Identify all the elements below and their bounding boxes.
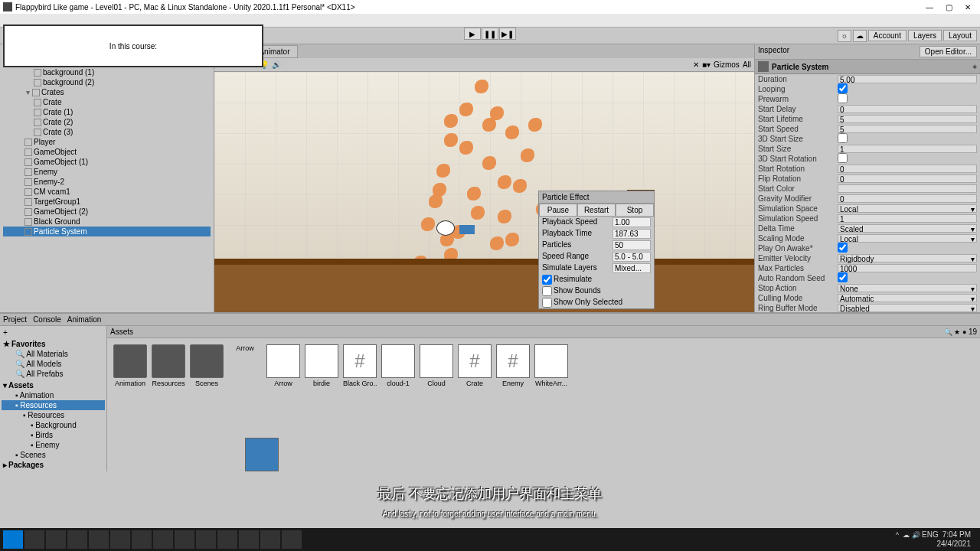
inspector-property[interactable]: Gravity Modifier0 (755, 194, 980, 204)
open-editor-button[interactable]: Open Editor... (920, 46, 977, 57)
hierarchy-item[interactable]: GameObject (2) (3, 207, 211, 217)
inspector-property[interactable]: Start Size1 (755, 144, 980, 154)
cloud-icon[interactable]: ☁ (853, 30, 867, 42)
inspector-property[interactable]: Delta TimeScaled (755, 223, 980, 233)
folder-item[interactable]: ▪ Resources (2, 400, 105, 410)
show-bounds-checkbox[interactable] (542, 286, 552, 296)
hierarchy-item[interactable]: Black Ground (3, 217, 211, 227)
hierarchy-item[interactable]: TargetGroup1 (3, 197, 211, 207)
inspector-property[interactable]: Auto Random Seed (755, 273, 980, 283)
hierarchy-item[interactable]: GameObject (3, 147, 211, 157)
search-all[interactable]: All (743, 60, 751, 69)
tab-animation[interactable]: Animation (67, 315, 101, 324)
folder-item[interactable]: ▪ Birds (2, 430, 105, 440)
inspector-property[interactable]: Emitter VelocityRigidbody (755, 253, 980, 263)
inspector-property[interactable]: Culling ModeAutomatic (755, 293, 980, 303)
taskbar-icon[interactable] (110, 530, 130, 549)
hierarchy-item[interactable]: Crate (3) (3, 127, 211, 137)
taskbar-icon[interactable] (239, 530, 259, 549)
inspector-property[interactable]: Duration5.00 (755, 74, 980, 84)
hierarchy-item[interactable]: Crate (3, 97, 211, 107)
scene-view[interactable]: Particle Effect Pause Restart Stop Playb… (214, 72, 754, 312)
inspector-property[interactable]: Simulation SpaceLocal (755, 204, 980, 214)
folder-item[interactable]: ▪ Scenes (2, 450, 105, 460)
inspector-property[interactable]: Start Lifetime5 (755, 114, 980, 124)
start-button[interactable] (3, 530, 23, 549)
step-button[interactable]: ▶❚ (499, 28, 516, 40)
asset-item[interactable]: Scenes (190, 344, 224, 465)
hierarchy-item[interactable]: GameObject (1) (3, 157, 211, 167)
inspector-property[interactable]: Stop ActionNone (755, 283, 980, 293)
inspector-property[interactable]: Flip Rotation0 (755, 174, 980, 184)
tool-icon[interactable]: ☼ (838, 30, 851, 42)
maximize-icon[interactable]: ▢ (946, 3, 952, 11)
hierarchy-item[interactable]: Player (3, 137, 211, 147)
folder-item[interactable]: ▪ Background (2, 420, 105, 430)
favorite-item[interactable]: 🔍 All Models (2, 359, 105, 369)
taskbar-icon[interactable] (217, 530, 237, 549)
taskbar-icon[interactable] (153, 530, 173, 549)
inspector-property[interactable]: Start Rotation0 (755, 164, 980, 174)
inspector-property[interactable]: Play On Awake* (755, 243, 980, 253)
minimize-icon[interactable]: — (926, 3, 933, 11)
taskbar-icon[interactable] (196, 530, 216, 549)
hierarchy-item[interactable]: Crate (1) (3, 107, 211, 117)
asset-item[interactable]: #Enemy (496, 344, 530, 465)
asset-item[interactable]: Arrow (228, 344, 262, 465)
inspector-property[interactable]: Looping (755, 84, 980, 94)
show-only-checkbox[interactable] (542, 298, 552, 308)
asset-item[interactable]: WhiteArr... (534, 344, 568, 465)
asset-item[interactable]: #Black Gro... (343, 344, 377, 465)
gizmos-dropdown[interactable]: Gizmos (714, 60, 740, 69)
inspector-property[interactable]: Start Color (755, 184, 980, 194)
inspector-property[interactable]: Prewarm (755, 94, 980, 104)
pause-button[interactable]: ❚❚ (482, 28, 498, 40)
resimulate-checkbox[interactable] (542, 275, 552, 285)
close-icon[interactable]: ✕ (965, 3, 971, 11)
folder-item[interactable]: ▪ Resources (2, 410, 105, 420)
asset-item[interactable]: cloud-1 (381, 344, 415, 465)
taskbar-icon[interactable] (24, 530, 44, 549)
taskbar-icon[interactable] (175, 530, 194, 549)
asset-item[interactable]: Animation (113, 344, 147, 465)
folder-item[interactable]: ▪ Enemy (2, 440, 105, 450)
asset-item[interactable]: birdie (305, 344, 338, 465)
restart-button[interactable]: Restart (577, 204, 616, 217)
add-icon[interactable]: + (972, 63, 977, 71)
taskbar-icon[interactable] (260, 530, 280, 549)
tab-project[interactable]: Project (3, 315, 27, 324)
asset-item[interactable]: #Crate (458, 344, 492, 465)
hierarchy-item[interactable]: Particle System (3, 227, 211, 236)
stop-button[interactable]: Stop (616, 204, 654, 217)
taskbar-icon[interactable] (282, 530, 302, 549)
inspector-property[interactable]: Simulation Speed1 (755, 214, 980, 223)
layers-button[interactable]: Layers (908, 30, 942, 41)
taskbar-icon[interactable] (89, 530, 109, 549)
play-button[interactable]: ▶ (464, 28, 481, 40)
add-asset-button[interactable]: + (3, 328, 8, 337)
inspector-property[interactable]: 3D Start Rotation (755, 154, 980, 164)
hierarchy-item[interactable]: Crate (2) (3, 117, 211, 127)
taskbar-icon[interactable] (132, 530, 152, 549)
layout-button[interactable]: Layout (943, 30, 977, 41)
account-button[interactable]: Account (868, 30, 906, 41)
asset-item[interactable]: Resources (152, 344, 185, 465)
hierarchy-item[interactable]: Enemy (3, 167, 211, 177)
taskbar-icon[interactable] (67, 530, 87, 549)
hierarchy-item[interactable]: ▾ Crates (3, 87, 211, 97)
pause-button[interactable]: Pause (539, 204, 577, 217)
inspector-property[interactable]: Start Speed5 (755, 124, 980, 134)
favorite-item[interactable]: 🔍 All Materials (2, 349, 105, 359)
hierarchy-item[interactable]: Enemy-2 (3, 177, 211, 187)
system-tray[interactable]: ^ ☁ 🔊 ENG 7:04 PM24/4/2021 (896, 530, 977, 549)
inspector-property[interactable]: 3D Start Size (755, 134, 980, 144)
hierarchy-item[interactable]: CM vcam1 (3, 187, 211, 197)
hierarchy-item[interactable]: background (2) (3, 77, 211, 87)
inspector-property[interactable]: Scaling ModeLocal (755, 233, 980, 243)
taskbar-icon[interactable] (46, 530, 66, 549)
favorite-item[interactable]: 🔍 All Prefabs (2, 369, 105, 379)
inspector-property[interactable]: Max Particles1000 (755, 263, 980, 273)
hierarchy-item[interactable]: background (1) (3, 67, 211, 77)
folder-item[interactable]: ▪ Animation (2, 390, 105, 400)
inspector-property[interactable]: Ring Buffer ModeDisabled (755, 303, 980, 312)
